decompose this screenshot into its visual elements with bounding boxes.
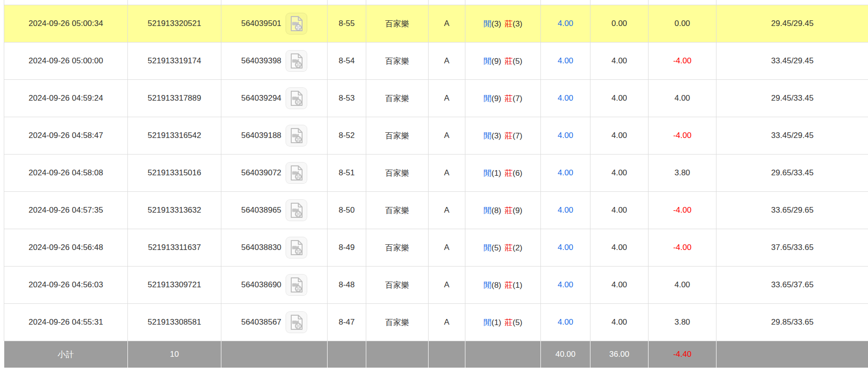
banker-points: (7) — [513, 94, 522, 103]
banker-points: (7) — [513, 131, 522, 140]
bet-amount-cell: 4.00 — [541, 155, 590, 192]
game-result-cell: 閒(8)莊(9) — [465, 192, 541, 229]
bet-amount-cell: 4.00 — [541, 267, 590, 304]
player-result-label: 閒 — [483, 281, 491, 290]
valid-bet-cell: 4.00 — [590, 304, 649, 341]
table-id-cell: A — [429, 80, 465, 117]
bet-time-cell: 2024-09-26 05:00:00 — [4, 43, 128, 80]
order-number-cell: 521913308581 — [128, 304, 221, 341]
table-row: 2024-09-26 05:00:34 521913320521 5640395… — [4, 5, 868, 43]
round-number-cell: 564039294 — [221, 80, 328, 117]
partial-cell — [221, 0, 328, 5]
bet-amount-cell: 4.00 — [541, 43, 590, 80]
table-id-cell: A — [429, 43, 465, 80]
bet-amount-link[interactable]: 4.00 — [557, 56, 573, 65]
shoe-round-cell: 8-55 — [328, 5, 366, 43]
video-replay-button[interactable] — [286, 13, 307, 34]
table-row: 2024-09-26 04:56:03 521913309721 5640386… — [4, 267, 868, 304]
balance-cell: 33.65/37.65 — [716, 267, 868, 304]
table-body: 2024-09-26 05:00:34 521913320521 5640395… — [4, 0, 868, 368]
video-replay-button[interactable] — [286, 311, 307, 333]
bet-time-cell: 2024-09-26 04:58:47 — [4, 117, 128, 155]
video-replay-button[interactable] — [286, 237, 307, 258]
valid-bet-cell: 4.00 — [590, 155, 649, 192]
game-result-cell: 閒(9)莊(7) — [465, 80, 541, 117]
player-points: (3) — [491, 131, 501, 140]
round-number-cell: 564038830 — [221, 229, 328, 267]
player-points: (1) — [491, 318, 501, 327]
table-row: 2024-09-26 04:56:48 521913311637 5640388… — [4, 229, 868, 267]
game-name-cell: 百家樂 — [366, 267, 429, 304]
bet-amount-link[interactable]: 4.00 — [557, 280, 573, 289]
order-number-cell: 521913319174 — [128, 43, 221, 80]
order-number-cell: 521913316542 — [128, 117, 221, 155]
video-replay-button[interactable] — [286, 125, 307, 146]
round-number: 564039398 — [241, 56, 281, 65]
partial-cell — [541, 0, 590, 5]
player-result-label: 閒 — [483, 94, 491, 103]
balance-cell: 33.45/29.45 — [716, 117, 868, 155]
video-replay-button[interactable] — [286, 87, 307, 109]
banker-points: (6) — [513, 169, 522, 178]
order-number-cell: 521913313632 — [128, 192, 221, 229]
bet-amount-link[interactable]: 4.00 — [557, 206, 573, 215]
shoe-round-cell: 8-53 — [328, 80, 366, 117]
order-number-cell: 521913317889 — [128, 80, 221, 117]
game-name-cell: 百家樂 — [366, 5, 429, 43]
game-result-cell: 閒(3)莊(3) — [465, 5, 541, 43]
player-points: (3) — [491, 19, 501, 28]
round-number: 564038690 — [241, 280, 281, 289]
banker-points: (5) — [513, 57, 522, 66]
bet-time-cell: 2024-09-26 04:55:31 — [4, 304, 128, 341]
game-name-cell: 百家樂 — [366, 304, 429, 341]
bet-amount-link[interactable]: 4.00 — [557, 19, 573, 28]
summary-empty-cell — [716, 341, 868, 368]
game-name-cell: 百家樂 — [366, 229, 429, 267]
valid-bet-cell: 4.00 — [590, 267, 649, 304]
game-result-cell: 閒(8)莊(1) — [465, 267, 541, 304]
summary-row: 小計 10 40.00 36.00 -4.40 — [4, 341, 868, 368]
bet-amount-link[interactable]: 4.00 — [557, 168, 573, 177]
banker-points: (3) — [513, 19, 522, 28]
bet-time-cell: 2024-09-26 04:57:35 — [4, 192, 128, 229]
video-replay-button[interactable] — [286, 199, 307, 221]
table-row: 2024-09-26 04:58:08 521913315016 5640390… — [4, 155, 868, 192]
bet-time-cell: 2024-09-26 04:59:24 — [4, 80, 128, 117]
video-replay-icon — [290, 128, 303, 143]
order-number-cell: 521913315016 — [128, 155, 221, 192]
player-points: (9) — [491, 57, 501, 66]
game-result-cell: 閒(1)莊(5) — [465, 304, 541, 341]
player-points: (8) — [491, 281, 501, 290]
summary-empty-cell — [465, 341, 541, 368]
banker-points: (5) — [513, 318, 522, 327]
partial-cell — [128, 0, 221, 5]
win-loss-cell: -4.00 — [649, 117, 716, 155]
banker-result-label: 莊 — [505, 318, 513, 327]
shoe-round-cell: 8-52 — [328, 117, 366, 155]
round-number-cell: 564039072 — [221, 155, 328, 192]
round-number-cell: 564038567 — [221, 304, 328, 341]
summary-empty-cell — [328, 341, 366, 368]
round-number: 564039188 — [241, 131, 281, 140]
summary-empty-cell — [221, 341, 328, 368]
bet-amount-cell: 4.00 — [541, 5, 590, 43]
player-result-label: 閒 — [483, 131, 491, 140]
bet-amount-link[interactable]: 4.00 — [557, 131, 573, 140]
win-loss-cell: -4.00 — [649, 192, 716, 229]
balance-cell: 37.65/33.65 — [716, 229, 868, 267]
bet-amount-link[interactable]: 4.00 — [557, 94, 573, 103]
round-number-cell: 564038965 — [221, 192, 328, 229]
partial-cell — [429, 0, 465, 5]
balance-cell: 29.45/33.45 — [716, 80, 868, 117]
round-number-cell: 564039398 — [221, 43, 328, 80]
video-replay-button[interactable] — [286, 162, 307, 184]
video-replay-button[interactable] — [286, 274, 307, 296]
player-result-label: 閒 — [483, 169, 491, 178]
table-row: 2024-09-26 04:58:47 521913316542 5640391… — [4, 117, 868, 155]
bet-amount-link[interactable]: 4.00 — [557, 243, 573, 252]
partial-cell — [649, 0, 716, 5]
bet-amount-link[interactable]: 4.00 — [557, 318, 573, 327]
partial-cell — [716, 0, 868, 5]
video-replay-button[interactable] — [286, 50, 307, 72]
game-result-cell: 閒(5)莊(2) — [465, 229, 541, 267]
